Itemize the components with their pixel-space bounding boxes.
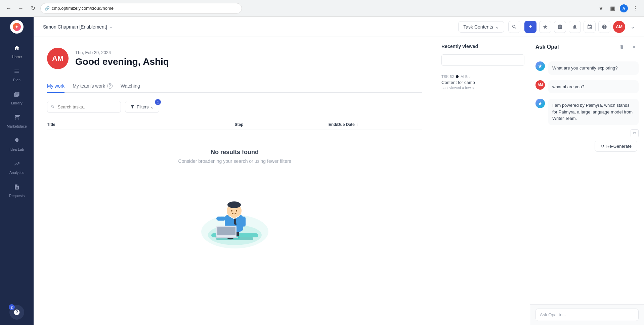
svg-point-16 (227, 201, 241, 208)
create-button[interactable]: + (524, 21, 536, 33)
recent-item-category: AI Blo (461, 75, 470, 79)
logo-inner (13, 23, 21, 31)
sidebar-label-idea-lab: Idea Lab (10, 147, 24, 151)
recently-viewed-panel: Recently viewed TSK-52 AI Blo Content fo… (436, 37, 530, 325)
calendar-button[interactable] (584, 21, 596, 33)
back-button[interactable]: ← (4, 4, 13, 13)
header-more-button[interactable]: ⌄ (628, 22, 637, 32)
task-contents-chevron-icon: ⌄ (495, 24, 499, 30)
greeting-text-block: Thu, Feb 29, 2024 Good evening, Ashiq (75, 50, 169, 67)
svg-rect-11 (242, 217, 246, 227)
sidebar-item-home[interactable]: Home (0, 40, 34, 63)
regenerate-button[interactable]: Re-Generate (595, 141, 637, 152)
ask-opal-title: Ask Opal (535, 44, 617, 50)
svg-point-17 (231, 210, 232, 212)
plan-icon (14, 68, 20, 76)
bookmark-button[interactable]: ★ (596, 4, 606, 13)
requests-icon (14, 184, 20, 192)
opal-trash-button[interactable] (617, 42, 627, 52)
tabs-bar: My work My team's work ? Watching (47, 80, 422, 93)
help-badge[interactable]: 2 (9, 305, 24, 320)
header-search-box[interactable] (508, 21, 520, 33)
menu-button[interactable]: ⋮ (631, 4, 640, 13)
table-header: Title Step End/Due Date ↑ (47, 120, 422, 130)
sidebar-logo[interactable] (0, 17, 34, 37)
sort-icon[interactable]: ↑ (356, 122, 358, 127)
home-main-content: AM Thu, Feb 29, 2024 Good evening, Ashiq… (34, 37, 436, 325)
browser-chrome: ← → ↻ 🔗 cmp.optimizely.com/cloud/home ★ … (0, 0, 644, 17)
content-area: AM Thu, Feb 29, 2024 Good evening, Ashiq… (34, 37, 644, 325)
help-button[interactable] (598, 21, 610, 33)
task-contents-label: Task Contents (463, 24, 493, 30)
sidebar-label-analytics: Analytics (9, 171, 24, 175)
analytics-icon (14, 161, 20, 169)
list-item[interactable]: TSK-52 AI Blo Content for camp Last view… (441, 71, 524, 93)
ai-button[interactable] (539, 21, 551, 33)
refresh-button[interactable]: ↻ (28, 4, 38, 13)
sidebar-bottom: 2 (4, 299, 30, 325)
workspace-name: Simon Chapman [Enablement] (43, 24, 107, 30)
svg-rect-13 (217, 227, 235, 235)
copy-button[interactable]: ⧉ (631, 129, 639, 137)
extensions-button[interactable]: ▣ (608, 4, 617, 13)
sidebar-label-home: Home (12, 55, 22, 59)
address-icon: 🔗 (45, 6, 50, 11)
col-title-header: Title (47, 122, 235, 127)
filter-chevron-icon: ⌄ (151, 104, 154, 109)
opal-input-area (530, 304, 644, 325)
app-container: Home Plan Library Marketplace (0, 17, 644, 325)
opal-messages: What are you currently exploring? AM wha… (530, 56, 644, 304)
recent-item-dot (456, 75, 459, 78)
svg-point-18 (236, 210, 237, 212)
empty-state-title: No results found (211, 149, 259, 156)
sidebar-item-requests[interactable]: Requests (0, 179, 34, 202)
recent-item-meta: TSK-52 AI Blo (441, 75, 524, 79)
bell-button[interactable] (569, 21, 581, 33)
opal-ai-avatar-1 (535, 61, 545, 71)
opal-message-bubble-1: What are you currently exploring? (548, 61, 639, 75)
tab-watching[interactable]: Watching (121, 80, 140, 93)
recent-item-title: Content for camp (441, 80, 524, 85)
marketplace-icon (14, 114, 20, 122)
sidebar-item-analytics[interactable]: Analytics (0, 156, 34, 179)
clipboard-button[interactable] (554, 21, 566, 33)
profile-button[interactable]: A (619, 4, 629, 13)
opal-message-bubble-2: what ai are you? (548, 80, 639, 94)
sidebar-item-plan[interactable]: Plan (0, 63, 34, 87)
home-icon (14, 45, 20, 53)
header-avatar[interactable]: AM (613, 21, 625, 33)
opal-user-avatar-2: AM (535, 80, 545, 90)
filters-button[interactable]: Filters ⌄ 1 (125, 101, 159, 113)
workspace-selector[interactable]: Simon Chapman [Enablement] ⌄ (40, 22, 115, 32)
col-date-header: End/Due Date ↑ (329, 122, 422, 127)
sidebar-label-plan: Plan (13, 78, 20, 82)
help-badge-count: 2 (9, 304, 15, 310)
task-contents-button[interactable]: Task Contents ⌄ (458, 21, 504, 33)
empty-state-subtitle: Consider broadening your search or using… (178, 158, 291, 164)
sidebar-item-library[interactable]: Library (0, 87, 34, 110)
opal-message-actions: ⧉ (548, 129, 639, 137)
recently-viewed-search[interactable] (441, 54, 524, 66)
opal-close-button[interactable] (629, 42, 639, 52)
tab-my-work[interactable]: My work (47, 80, 65, 93)
opal-message-3-content: I am powered by Palmyra, which stands fo… (548, 99, 639, 137)
search-tasks-box[interactable] (47, 101, 121, 113)
sidebar-item-marketplace[interactable]: Marketplace (0, 110, 34, 133)
opal-header: Ask Opal (530, 37, 644, 56)
search-tasks-input[interactable] (58, 104, 117, 109)
logo-circle (10, 20, 24, 34)
tab-my-teams-work[interactable]: My team's work ? (73, 80, 113, 93)
filter-badge: 1 (155, 99, 161, 105)
forward-button[interactable]: → (16, 4, 26, 13)
address-bar[interactable]: 🔗 cmp.optimizely.com/cloud/home (40, 3, 242, 14)
idea-lab-icon (14, 138, 20, 145)
svg-rect-14 (215, 237, 238, 238)
browser-actions: ★ ▣ A ⋮ (596, 4, 640, 13)
opal-input[interactable] (535, 309, 639, 321)
sidebar-label-requests: Requests (9, 194, 25, 198)
opal-message-bubble-3: I am powered by Palmyra, which stands fo… (548, 99, 639, 125)
sidebar-item-idea-lab[interactable]: Idea Lab (0, 133, 34, 156)
browser-avatar: A (620, 4, 628, 12)
user-avatar-large: AM (47, 48, 69, 69)
greeting-date: Thu, Feb 29, 2024 (75, 50, 169, 55)
